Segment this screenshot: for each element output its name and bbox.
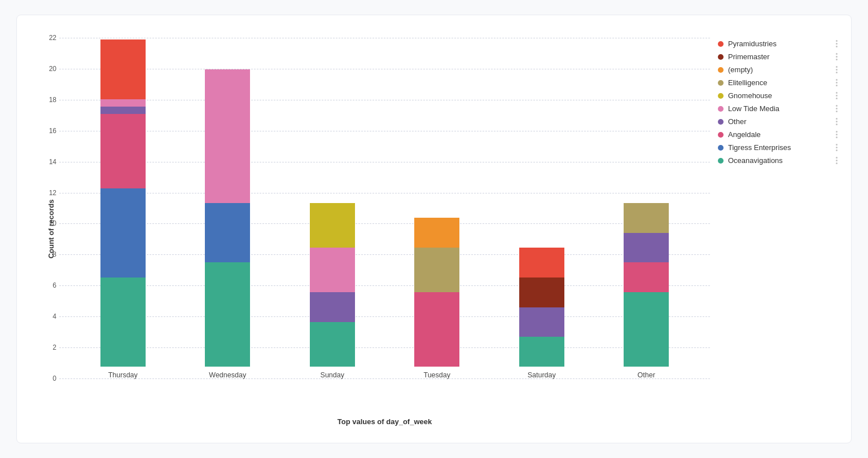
bar-segment (100, 39, 146, 99)
bar-group[interactable]: Other (612, 203, 680, 379)
legend-label: Oceanavigations (728, 156, 783, 165)
bar-label: Tuesday (424, 371, 450, 379)
chart-container: Count of records 2220181614121086420 Thu… (16, 15, 852, 443)
plot-area: 2220181614121086420 ThursdayWednesdaySun… (59, 38, 710, 379)
legend-menu-icon[interactable] (836, 79, 838, 86)
legend-color-dot (718, 145, 724, 151)
legend-item[interactable]: Pyramidustries (716, 38, 840, 50)
legend-item[interactable]: Oceanavigations (716, 155, 840, 166)
bar-label: Wednesday (209, 371, 246, 379)
legend-color-dot (718, 106, 724, 112)
bar-label: Sunday (321, 371, 344, 379)
bar-segment (414, 248, 459, 292)
bar-segment (414, 292, 459, 367)
x-axis-title: Top values of day_of_week (59, 417, 710, 426)
y-tick-label: 4 (37, 312, 56, 320)
bar-stack (414, 218, 459, 367)
legend-menu-icon[interactable] (836, 92, 838, 99)
bars-container: ThursdayWednesdaySundayTuesdaySaturdayOt… (59, 38, 710, 379)
legend: PyramidustriesPrimemaster(empty)Elitelli… (710, 32, 840, 426)
y-tick-label: 14 (37, 158, 56, 166)
legend-label: Other (728, 117, 747, 126)
bar-stack (205, 69, 250, 367)
y-tick-label: 12 (37, 189, 56, 197)
legend-item[interactable]: Primemaster (716, 51, 840, 63)
bar-segment (519, 307, 564, 337)
legend-color-dot (718, 54, 724, 60)
bar-segment (100, 114, 146, 188)
legend-item[interactable]: Other (716, 116, 840, 127)
bar-segment (205, 69, 250, 203)
legend-item[interactable]: Gnomehouse (716, 90, 840, 102)
legend-menu-icon[interactable] (836, 105, 838, 112)
legend-label: (empty) (728, 65, 753, 74)
bar-segment (100, 107, 146, 114)
y-tick-label: 18 (37, 96, 56, 104)
legend-menu-icon[interactable] (836, 144, 838, 151)
bar-label: Other (638, 371, 655, 379)
bar-segment (519, 337, 564, 367)
legend-menu-icon[interactable] (836, 157, 838, 164)
legend-color-dot (718, 80, 724, 86)
bar-segment (100, 188, 146, 278)
legend-color-dot (718, 41, 724, 47)
bar-stack (100, 39, 146, 367)
chart-area: Count of records 2220181614121086420 Thu… (34, 32, 710, 426)
bar-segment (519, 278, 564, 307)
bar-group[interactable]: Thursday (89, 39, 157, 379)
legend-item[interactable]: Elitelligence (716, 77, 840, 89)
bar-stack (624, 203, 669, 367)
legend-label: Pyramidustries (728, 39, 777, 48)
legend-menu-icon[interactable] (836, 66, 838, 73)
legend-item[interactable]: Angeldale (716, 129, 840, 140)
bar-group[interactable]: Sunday (299, 203, 366, 379)
bar-group[interactable]: Tuesday (403, 218, 471, 379)
legend-item[interactable]: Low Tide Media (716, 103, 840, 114)
bar-stack (519, 248, 564, 367)
bar-group[interactable]: Saturday (508, 248, 576, 379)
bar-segment (310, 203, 355, 248)
legend-label: Tigress Enterprises (728, 143, 791, 152)
bar-segment (310, 322, 355, 367)
legend-label: Low Tide Media (728, 104, 779, 113)
y-tick-label: 22 (37, 34, 56, 42)
legend-label: Angeldale (728, 130, 761, 139)
bar-segment (100, 99, 146, 107)
legend-color-dot (718, 132, 724, 138)
bar-segment (414, 218, 459, 248)
legend-color-dot (718, 158, 724, 164)
y-axis-label: Count of records (47, 200, 55, 259)
bar-segment (100, 278, 146, 367)
bar-segment (310, 248, 355, 292)
legend-item[interactable]: (empty) (716, 64, 840, 76)
legend-menu-icon[interactable] (836, 53, 838, 60)
y-tick-label: 2 (37, 344, 56, 351)
legend-color-dot (718, 119, 724, 125)
legend-menu-icon[interactable] (836, 40, 838, 47)
bar-segment (519, 248, 564, 278)
y-tick-label: 20 (37, 65, 56, 73)
legend-color-dot (718, 93, 724, 99)
y-tick-label: 0 (37, 375, 56, 382)
bar-label: Saturday (528, 371, 556, 379)
legend-label: Gnomehouse (728, 91, 772, 100)
bar-segment (205, 203, 250, 262)
legend-label: Elitelligence (728, 78, 767, 87)
legend-label: Primemaster (728, 52, 770, 61)
bar-group[interactable]: Wednesday (194, 69, 261, 379)
legend-menu-icon[interactable] (836, 118, 838, 125)
bar-label: Thursday (108, 371, 138, 379)
y-tick-label: 6 (37, 281, 56, 289)
legend-item[interactable]: Tigress Enterprises (716, 142, 840, 153)
bar-segment (624, 262, 669, 292)
bar-segment (624, 233, 669, 263)
bar-segment (310, 292, 355, 322)
y-tick-label: 16 (37, 127, 56, 135)
bar-stack (310, 203, 355, 367)
legend-color-dot (718, 67, 724, 73)
bar-segment (624, 203, 669, 233)
bar-segment (624, 292, 669, 367)
bar-segment (205, 262, 250, 367)
legend-menu-icon[interactable] (836, 131, 838, 138)
